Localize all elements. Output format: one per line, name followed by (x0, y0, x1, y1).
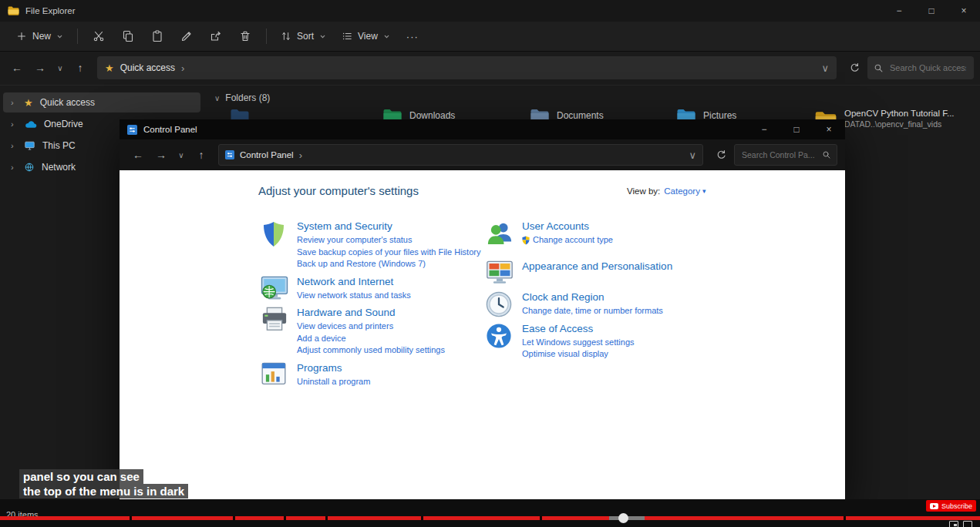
recent-locations-button[interactable]: ∨ (52, 57, 68, 79)
collapse-chevron-icon[interactable]: ∨ (214, 94, 220, 102)
category-link[interactable]: Adjust commonly used mobility settings (297, 344, 445, 357)
view-button[interactable]: View (335, 27, 397, 45)
category-link[interactable]: Change date, time or number formats (522, 305, 663, 317)
refresh-icon (849, 62, 860, 74)
chevron-down-icon (319, 33, 326, 40)
rename-button[interactable] (173, 25, 200, 47)
video-progress-bar[interactable] (0, 516, 980, 520)
category-title[interactable]: User Accounts (522, 220, 613, 232)
category-title[interactable]: Programs (297, 362, 370, 374)
explorer-toolbar: New Sort View ··· (0, 22, 980, 52)
cp-address-dropdown-icon[interactable]: ∨ (689, 149, 696, 161)
clock-icon[interactable] (486, 290, 514, 317)
explorer-titlebar: File Explorer − □ × (0, 0, 980, 22)
subscribe-button[interactable]: Subscribe (926, 500, 976, 512)
cp-forward-button[interactable]: → (150, 144, 172, 166)
cp-back-button[interactable]: ← (127, 144, 149, 166)
folders-group-header[interactable]: ∨ Folders (8) (214, 92, 980, 103)
cp-recent-locations-button[interactable]: ∨ (173, 144, 189, 166)
chapter-gap (844, 516, 846, 520)
cp-up-button[interactable]: ↑ (190, 144, 212, 166)
category-link[interactable]: Back up and Restore (Windows 7) (297, 258, 480, 270)
category-link[interactable]: View devices and printers (297, 321, 445, 333)
delete-button[interactable] (231, 25, 259, 47)
ease-of-access-icon[interactable] (486, 322, 514, 361)
explorer-search-input[interactable] (888, 62, 968, 73)
address-breadcrumb[interactable]: ★ Quick access › ∨ (97, 56, 837, 79)
shield-icon[interactable] (261, 220, 288, 270)
chevron-right-icon[interactable]: › (11, 163, 17, 172)
chevron-down-icon (383, 33, 390, 40)
up-button[interactable]: ↑ (69, 57, 91, 79)
cp-maximize-button[interactable]: □ (780, 119, 813, 139)
sidebar-item-label: This PC (42, 140, 76, 151)
category-network-and-internet: Network and Internet View network status… (261, 275, 492, 302)
forward-button[interactable]: → (29, 57, 51, 79)
view-by-dropdown[interactable]: Category ▾ (664, 186, 706, 196)
category-title[interactable]: Hardware and Sound (297, 307, 445, 318)
cp-minimize-button[interactable]: − (748, 119, 780, 139)
chevron-right-icon[interactable]: › (11, 119, 17, 129)
explorer-maximize-button[interactable]: □ (915, 0, 948, 22)
network-monitor-icon[interactable] (261, 275, 288, 302)
playhead-handle[interactable] (618, 513, 628, 523)
paste-button[interactable] (143, 25, 171, 47)
category-link[interactable]: View network status and tasks (297, 290, 411, 302)
sort-button[interactable]: Sort (274, 27, 333, 45)
copy-button[interactable] (114, 25, 142, 47)
cp-address-breadcrumb[interactable]: Control Panel › ∨ (218, 144, 703, 166)
category-link[interactable]: Review your computer's status (297, 234, 480, 247)
share-button[interactable] (202, 25, 230, 47)
toolbar-separator (77, 29, 78, 44)
sidebar-item-label: OneDrive (44, 119, 83, 129)
preview-path: DATAD..\opencv_final_vids (844, 119, 955, 129)
category-link[interactable]: Optimise visual display (522, 348, 635, 361)
cut-button[interactable] (85, 25, 113, 47)
program-window-icon[interactable] (261, 361, 288, 388)
cp-left-column: System and Security Review your computer… (261, 220, 492, 392)
user-accounts-icon[interactable] (486, 220, 514, 247)
cp-breadcrumb-text[interactable]: Control Panel (240, 150, 294, 159)
category-link[interactable]: Change account type (522, 234, 613, 247)
onedrive-cloud-icon (24, 120, 37, 129)
miniplayer-icon[interactable] (949, 521, 958, 527)
category-title[interactable]: Ease of Access (522, 323, 635, 334)
category-title[interactable]: System and Security (297, 220, 480, 232)
back-button[interactable]: ← (6, 57, 28, 79)
category-title[interactable]: Clock and Region (522, 291, 663, 303)
sidebar-item-label: Quick access (40, 97, 95, 108)
breadcrumb-chevron-icon[interactable]: › (181, 62, 184, 74)
appearance-monitor-icon[interactable] (486, 260, 514, 284)
refresh-button[interactable] (843, 57, 866, 79)
category-link[interactable]: Add a device (297, 333, 445, 345)
trash-icon (239, 30, 251, 42)
sidebar-item-quick-access[interactable]: › ★ Quick access (3, 92, 200, 112)
category-link[interactable]: Uninstall a program (297, 376, 370, 388)
explorer-address-bar: ← → ∨ ↑ ★ Quick access › ∨ (0, 51, 980, 86)
explorer-minimize-button[interactable]: − (883, 0, 915, 22)
more-options-button[interactable]: ··· (399, 31, 426, 42)
address-dropdown-icon[interactable]: ∨ (821, 62, 829, 74)
printer-icon[interactable] (261, 306, 288, 357)
chevron-right-icon[interactable]: › (11, 141, 17, 150)
cp-search-input[interactable] (740, 149, 819, 160)
category-title[interactable]: Network and Internet (297, 276, 411, 287)
cp-heading: Adjust your computer's settings (258, 184, 419, 197)
chevron-right-icon[interactable]: › (11, 98, 17, 107)
cp-search-box[interactable] (734, 144, 837, 166)
folders-group-label: Folders (8) (225, 92, 270, 103)
explorer-close-button[interactable]: × (948, 0, 980, 22)
category-link[interactable]: Let Windows suggest settings (522, 337, 635, 349)
category-link[interactable]: Save backup copies of your files with Fi… (297, 247, 480, 259)
category-clock-and-region: Clock and Region Change date, time or nu… (486, 290, 740, 317)
plus-icon (16, 31, 27, 42)
breadcrumb-text[interactable]: Quick access (120, 62, 175, 73)
new-button[interactable]: New (9, 27, 70, 45)
category-title[interactable]: Appearance and Personalisation (522, 260, 672, 272)
cp-close-button[interactable]: × (813, 119, 845, 139)
cp-breadcrumb-chevron-icon[interactable]: › (299, 149, 302, 161)
cp-refresh-button[interactable] (709, 144, 732, 166)
fullscreen-icon[interactable] (963, 521, 972, 527)
explorer-search-box[interactable] (867, 56, 974, 79)
youtube-icon (930, 503, 938, 509)
